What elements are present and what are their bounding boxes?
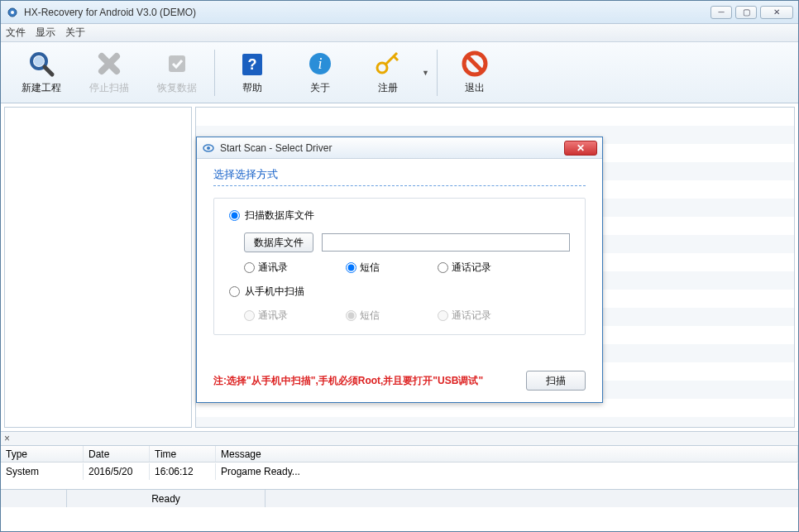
log-header-time[interactable]: Time (150, 446, 216, 462)
dialog-note: 注:选择"从手机中扫描",手机必须Root,并且要打开"USB调试" (213, 374, 526, 388)
svg-line-4 (45, 67, 52, 74)
log-header-date[interactable]: Date (84, 446, 150, 462)
radio-calllog[interactable]: 通话记录 (438, 261, 491, 275)
toolbar-label: 新建工程 (22, 81, 61, 95)
toolbar-label: 帮助 (242, 81, 262, 95)
radio-calllog-disabled: 通话记录 (438, 309, 491, 323)
scan-button[interactable]: 扫描 (526, 371, 586, 391)
radio-scan-phone[interactable] (229, 286, 240, 297)
status-cell-empty (1, 490, 67, 507)
dialog-option-group: 扫描数据库文件 数据库文件 通讯录 短信 通话记录 从手机中扫描 通讯录 短信 … (213, 198, 586, 335)
log-cell-message: Progame Ready... (216, 463, 798, 480)
db-file-row: 数据库文件 (244, 232, 570, 252)
svg-line-12 (394, 56, 398, 60)
toolbar-exit[interactable]: 退出 (441, 46, 509, 100)
log-header-type[interactable]: Type (1, 446, 84, 462)
radio-sms[interactable]: 短信 (346, 261, 380, 275)
toolbar-stop-scan: 停止扫描 (75, 46, 143, 100)
toolbar-about[interactable]: i 关于 (286, 46, 354, 100)
statusbar: Ready (1, 489, 798, 507)
info-icon: i (306, 50, 334, 78)
toolbar-new-project[interactable]: 新建工程 (7, 46, 75, 100)
left-tree-panel[interactable] (4, 107, 192, 428)
window-controls: ─ ▢ ✕ (710, 6, 793, 19)
phone-subtype-row: 通讯录 短信 通话记录 (244, 309, 570, 323)
log-table: Type Date Time Message System 2016/5/20 … (1, 446, 798, 489)
db-file-button[interactable]: 数据库文件 (244, 232, 313, 252)
toolbar-label: 关于 (310, 81, 330, 95)
toolbar-separator (214, 50, 215, 96)
menu-view[interactable]: 显示 (36, 26, 55, 40)
titlebar: HX-Recovery for Android V3.0 (DEMO) ─ ▢ … (1, 1, 798, 24)
log-header-message[interactable]: Message (216, 446, 798, 462)
toolbar-help[interactable]: ? 帮助 (218, 46, 286, 100)
toolbar-register[interactable]: 注册 (354, 46, 422, 100)
menubar: 文件 显示 关于 (1, 24, 798, 42)
toolbar-label: 恢复数据 (157, 81, 197, 95)
help-book-icon: ? (238, 50, 266, 78)
toolbar: 新建工程 停止扫描 恢复数据 ? 帮助 i 关于 注册 ▼ 退出 (1, 42, 798, 103)
status-ready: Ready (67, 490, 266, 507)
eye-icon (202, 141, 215, 155)
log-panel: × Type Date Time Message System 2016/5/2… (1, 431, 798, 489)
svg-line-14 (468, 57, 481, 70)
exit-icon (461, 50, 489, 78)
stop-icon (95, 50, 123, 78)
toolbar-label: 退出 (465, 81, 485, 95)
minimize-button[interactable]: ─ (710, 6, 732, 19)
window-title: HX-Recovery for Android V3.0 (DEMO) (24, 7, 710, 18)
svg-point-16 (207, 146, 210, 150)
option-scan-db[interactable]: 扫描数据库文件 (229, 208, 570, 223)
menu-about[interactable]: 关于 (65, 26, 85, 40)
magnifier-icon (27, 50, 55, 78)
svg-point-3 (34, 56, 44, 66)
log-panel-close[interactable]: × (1, 432, 798, 446)
dropdown-arrow-icon[interactable]: ▼ (422, 69, 433, 77)
dialog-close-button[interactable]: ✕ (564, 141, 597, 156)
log-cell-date: 2016/5/20 (84, 463, 150, 480)
option-scan-phone[interactable]: 从手机中扫描 (229, 285, 570, 299)
log-cell-type: System (1, 463, 84, 480)
log-cell-time: 16:06:12 (150, 463, 216, 480)
scan-dialog: Start Scan - Select Driver ✕ 选择选择方式 扫描数据… (196, 137, 603, 403)
db-subtype-row: 通讯录 短信 通话记录 (244, 261, 570, 275)
db-path-input[interactable] (322, 233, 570, 252)
dialog-divider (213, 185, 586, 186)
status-cell-flex (266, 490, 798, 507)
menu-file[interactable]: 文件 (6, 26, 26, 40)
toolbar-label: 停止扫描 (89, 81, 129, 95)
close-button[interactable]: ✕ (760, 6, 793, 19)
dialog-titlebar[interactable]: Start Scan - Select Driver ✕ (197, 137, 602, 159)
radio-contacts[interactable]: 通讯录 (244, 261, 288, 275)
log-header-row: Type Date Time Message (1, 446, 798, 463)
toolbar-recover: 恢复数据 (143, 46, 211, 100)
toolbar-separator (437, 50, 438, 96)
option-label: 扫描数据库文件 (245, 208, 314, 223)
svg-text:i: i (318, 55, 322, 72)
dialog-footer: 注:选择"从手机中扫描",手机必须Root,并且要打开"USB调试" 扫描 (197, 371, 602, 402)
option-label: 从手机中扫描 (245, 285, 304, 299)
recover-icon (163, 50, 191, 78)
key-icon (374, 50, 402, 78)
svg-text:?: ? (248, 56, 257, 73)
dialog-body: 选择选择方式 扫描数据库文件 数据库文件 通讯录 短信 通话记录 从手机中扫描 (197, 159, 602, 371)
svg-point-1 (11, 11, 14, 14)
radio-contacts-disabled: 通讯录 (244, 309, 288, 323)
close-icon: × (4, 433, 10, 444)
log-row[interactable]: System 2016/5/20 16:06:12 Progame Ready.… (1, 463, 798, 481)
toolbar-label: 注册 (378, 81, 398, 95)
dialog-heading: 选择选择方式 (213, 167, 586, 182)
maximize-button[interactable]: ▢ (735, 6, 757, 19)
app-icon (6, 6, 19, 19)
radio-sms-disabled: 短信 (346, 309, 380, 323)
radio-scan-db[interactable] (229, 210, 240, 221)
svg-rect-5 (169, 55, 185, 72)
dialog-title: Start Scan - Select Driver (220, 142, 564, 154)
